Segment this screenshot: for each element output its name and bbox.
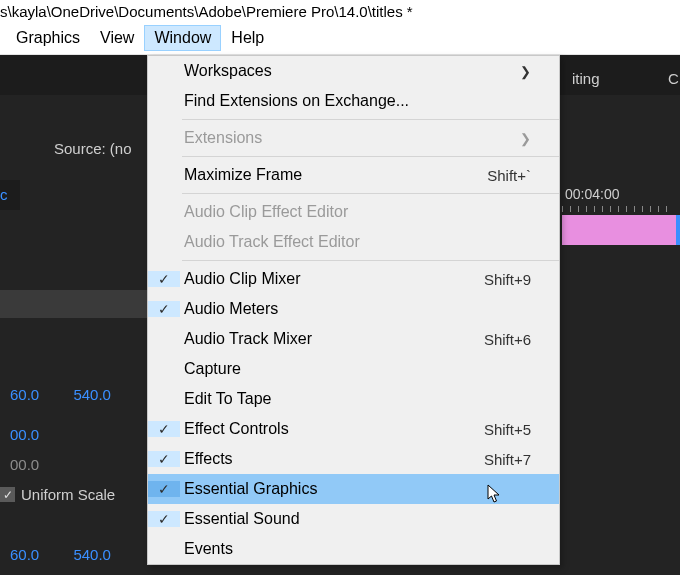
menu-bar: GraphicsViewWindowHelp	[0, 22, 680, 55]
checkmark-icon: ✓	[148, 421, 180, 437]
menu-item-label: Maximize Frame	[180, 166, 487, 184]
menu-item-label: Events	[180, 540, 545, 558]
timeline-clip[interactable]	[562, 215, 680, 245]
menu-item-find-extensions-on-exchange[interactable]: Find Extensions on Exchange...	[148, 86, 559, 116]
menu-item-extensions: Extensions❯	[148, 123, 559, 153]
blue-tab[interactable]: c	[0, 180, 20, 210]
source-panel-label: Source: (no	[54, 140, 132, 157]
menu-item-shortcut: Shift+9	[484, 271, 531, 288]
timeline-ruler	[562, 204, 680, 214]
checkmark-icon: ✓	[148, 301, 180, 317]
submenu-arrow-icon: ❯	[520, 131, 531, 146]
menu-item-workspaces[interactable]: Workspaces❯	[148, 56, 559, 86]
menu-item-shortcut: Shift+6	[484, 331, 531, 348]
menu-separator	[182, 260, 559, 261]
menu-item-effect-controls[interactable]: ✓Effect ControlsShift+5	[148, 414, 559, 444]
menu-item-essential-sound[interactable]: ✓Essential Sound	[148, 504, 559, 534]
menu-item-label: Edit To Tape	[180, 390, 545, 408]
menu-item-label: Effects	[180, 450, 484, 468]
menu-item-edit-to-tape[interactable]: Edit To Tape	[148, 384, 559, 414]
menu-item-label: Capture	[180, 360, 545, 378]
uniform-scale-label: Uniform Scale	[21, 486, 115, 503]
menu-item-label: Audio Track Mixer	[180, 330, 484, 348]
menu-item-shortcut: Shift+5	[484, 421, 531, 438]
value-3a: 00.0	[10, 456, 39, 473]
blue-tab-label: c	[0, 180, 20, 203]
value-1a[interactable]: 60.0	[10, 386, 39, 403]
checkmark-icon: ✓	[148, 271, 180, 287]
menu-item-audio-clip-mixer[interactable]: ✓Audio Clip MixerShift+9	[148, 264, 559, 294]
menu-item-audio-track-mixer[interactable]: Audio Track MixerShift+6	[148, 324, 559, 354]
value-2a[interactable]: 00.0	[10, 426, 39, 443]
menu-item-label: Essential Sound	[180, 510, 545, 528]
checkmark-icon: ✓	[148, 511, 180, 527]
value-4a[interactable]: 60.0	[10, 546, 39, 563]
timecode-label: 00:04:00	[565, 186, 620, 202]
menu-item-label: Essential Graphics	[180, 480, 545, 498]
panel-strip	[0, 290, 147, 318]
menu-item-label: Workspaces	[180, 62, 520, 80]
menu-item-essential-graphics[interactable]: ✓Essential Graphics	[148, 474, 559, 504]
menu-help[interactable]: Help	[221, 25, 274, 51]
menu-view[interactable]: View	[90, 25, 144, 51]
menu-item-capture[interactable]: Capture	[148, 354, 559, 384]
submenu-arrow-icon: ❯	[520, 64, 531, 79]
menu-item-label: Audio Meters	[180, 300, 545, 318]
menu-item-label: Extensions	[180, 129, 520, 147]
menu-separator	[182, 193, 559, 194]
menu-separator	[182, 119, 559, 120]
menu-item-audio-track-effect-editor: Audio Track Effect Editor	[148, 227, 559, 257]
uniform-scale-row: ✓ Uniform Scale	[0, 486, 115, 503]
menu-item-maximize-frame[interactable]: Maximize FrameShift+`	[148, 160, 559, 190]
checkmark-icon: ✓	[148, 451, 180, 467]
menu-item-label: Effect Controls	[180, 420, 484, 438]
menu-item-label: Audio Track Effect Editor	[180, 233, 545, 251]
menu-item-shortcut: Shift+`	[487, 167, 531, 184]
value-1b[interactable]: 540.0	[73, 386, 111, 403]
menu-item-effects[interactable]: ✓EffectsShift+7	[148, 444, 559, 474]
window-path: s\kayla\OneDrive\Documents\Adobe\Premier…	[0, 0, 680, 22]
menu-item-audio-clip-effect-editor: Audio Clip Effect Editor	[148, 197, 559, 227]
value-row-3: 00.0	[0, 456, 39, 473]
menu-separator	[182, 156, 559, 157]
menu-window[interactable]: Window	[144, 25, 221, 51]
menu-graphics[interactable]: Graphics	[6, 25, 90, 51]
menu-item-shortcut: Shift+7	[484, 451, 531, 468]
menu-item-events[interactable]: Events	[148, 534, 559, 564]
value-4b[interactable]: 540.0	[73, 546, 111, 563]
checkmark-icon: ✓	[148, 481, 180, 497]
menu-item-label: Find Extensions on Exchange...	[180, 92, 545, 110]
uniform-scale-checkbox[interactable]: ✓	[0, 487, 15, 502]
menu-item-audio-meters[interactable]: ✓Audio Meters	[148, 294, 559, 324]
menu-item-label: Audio Clip Mixer	[180, 270, 484, 288]
top-right-label: iting	[572, 70, 600, 87]
top-right-co-label: C	[668, 70, 679, 87]
menu-item-label: Audio Clip Effect Editor	[180, 203, 545, 221]
value-row-4: 60.0 540.0	[0, 546, 111, 563]
value-row-1: 60.0 540.0	[0, 386, 111, 403]
value-row-2: 00.0	[0, 426, 39, 443]
window-menu-dropdown: Workspaces❯Find Extensions on Exchange..…	[147, 55, 560, 565]
